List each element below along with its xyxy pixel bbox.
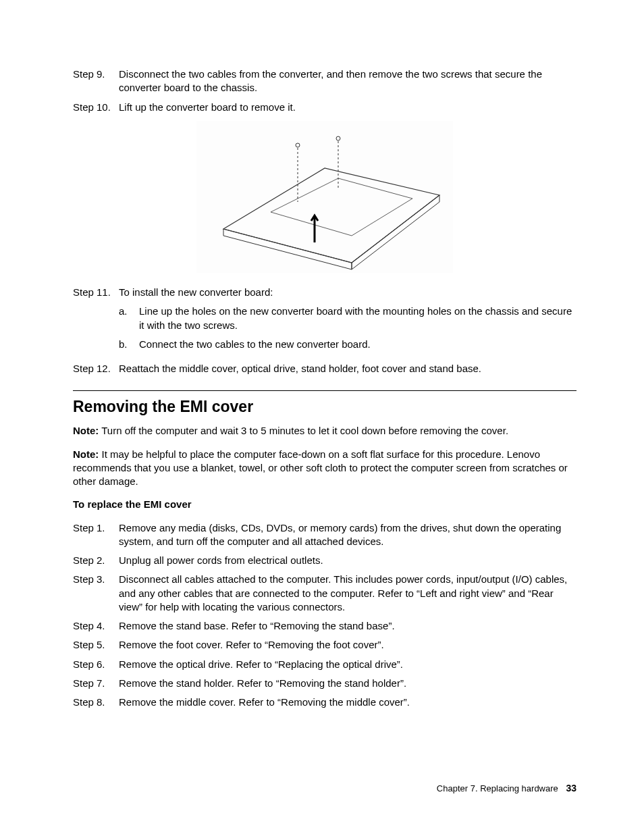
step-text: Unplug all power cords from electrical o… (119, 554, 576, 567)
footer-page-number: 33 (566, 783, 576, 793)
page-footer: Chapter 7. Replacing hardware 33 (437, 782, 576, 795)
svg-marker-2 (352, 195, 439, 269)
step-text: Lift up the converter board to remove it… (119, 101, 576, 114)
step-text: Remove the middle cover. Refer to “Remov… (119, 696, 576, 709)
sub-text: Line up the holes on the new converter b… (139, 305, 576, 332)
step-label: Step 3. (73, 573, 119, 614)
section-divider (73, 390, 576, 391)
note-text: Turn off the computer and wait 3 to 5 mi… (99, 425, 508, 436)
step-text: Reattach the middle cover, optical drive… (119, 362, 576, 375)
step-label: Step 4. (73, 619, 119, 633)
note-paragraph: Note: It may be helpful to place the com… (73, 448, 576, 489)
procedure-subheading: To replace the EMI cover (73, 498, 576, 511)
steps-group-b: Step 1. Remove any media (disks, CDs, DV… (73, 521, 576, 710)
step-item: Step 2. Unplug all power cords from elec… (73, 554, 576, 567)
page-content: Step 9. Disconnect the two cables from t… (0, 0, 644, 741)
step-label: Step 6. (73, 658, 119, 671)
footer-chapter: Chapter 7. Replacing hardware (437, 783, 558, 793)
svg-point-6 (296, 143, 300, 147)
sub-step-item: a. Line up the holes on the new converte… (119, 305, 576, 332)
step-item: Step 12. Reattach the middle cover, opti… (73, 362, 576, 375)
illustration-placeholder (196, 121, 453, 273)
step-label: Step 2. (73, 554, 119, 567)
step-label: Step 7. (73, 677, 119, 690)
step-item: Step 9. Disconnect the two cables from t… (73, 68, 576, 95)
sub-step-item: b. Connect the two cables to the new con… (119, 338, 576, 351)
step-label: Step 10. (73, 101, 119, 114)
step-text: To install the new converter board: (119, 286, 273, 298)
step-item: Step 6. Remove the optical drive. Refer … (73, 658, 576, 671)
note-label: Note: (73, 448, 99, 460)
step-item: Step 11. To install the new converter bo… (73, 286, 576, 357)
section-heading: Removing the EMI cover (73, 396, 576, 417)
step-item: Step 7. Remove the stand holder. Refer t… (73, 677, 576, 690)
sub-label: a. (119, 305, 139, 332)
step-label: Step 5. (73, 638, 119, 652)
steps-group-a: Step 9. Disconnect the two cables from t… (73, 68, 576, 114)
step-text: Disconnect the two cables from the conve… (119, 68, 576, 95)
step-text: Remove the stand base. Refer to “Removin… (119, 619, 576, 633)
step-text: Disconnect all cables attached to the co… (119, 573, 576, 614)
step-item: Step 8. Remove the middle cover. Refer t… (73, 696, 576, 709)
svg-marker-0 (223, 168, 439, 263)
step-label: Step 9. (73, 68, 119, 95)
step-text: Remove the foot cover. Refer to “Removin… (119, 638, 576, 652)
chassis-illustration-icon (196, 121, 453, 273)
converter-board-figure (73, 121, 576, 276)
step-label: Step 12. (73, 362, 119, 375)
step-item: Step 5. Remove the foot cover. Refer to … (73, 638, 576, 652)
sub-steps: a. Line up the holes on the new converte… (119, 305, 576, 351)
step-text: Remove the optical drive. Refer to “Repl… (119, 658, 576, 671)
svg-marker-1 (223, 229, 352, 269)
note-paragraph: Note: Turn off the computer and wait 3 t… (73, 424, 576, 438)
step-label: Step 1. (73, 521, 119, 549)
step-text: Remove the stand holder. Refer to “Remov… (119, 677, 576, 690)
step-text: Remove any media (disks, CDs, DVDs, or m… (119, 521, 576, 549)
step-item: Step 4. Remove the stand base. Refer to … (73, 619, 576, 633)
sub-label: b. (119, 338, 139, 351)
steps-group-a2: Step 11. To install the new converter bo… (73, 286, 576, 375)
step-item: Step 10. Lift up the converter board to … (73, 101, 576, 114)
sub-text: Connect the two cables to the new conver… (139, 338, 576, 351)
svg-marker-3 (271, 178, 412, 236)
step-body: To install the new converter board: a. L… (119, 286, 576, 357)
step-label: Step 8. (73, 696, 119, 709)
svg-point-7 (336, 136, 340, 140)
step-item: Step 1. Remove any media (disks, CDs, DV… (73, 521, 576, 549)
note-text: It may be helpful to place the computer … (73, 448, 568, 488)
step-item: Step 3. Disconnect all cables attached t… (73, 573, 576, 614)
step-label: Step 11. (73, 286, 119, 357)
note-label: Note: (73, 425, 99, 436)
